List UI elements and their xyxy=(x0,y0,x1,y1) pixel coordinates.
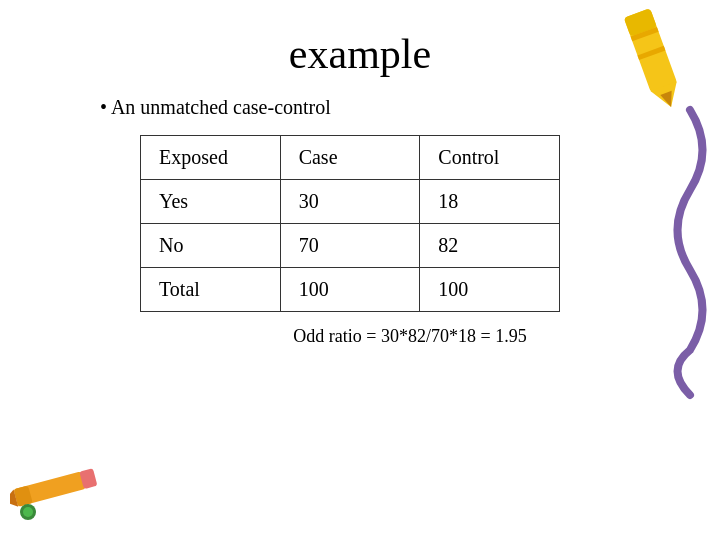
cell-yes-control: 18 xyxy=(420,180,560,224)
cell-total: Total xyxy=(141,268,281,312)
cell-no: No xyxy=(141,224,281,268)
data-table: Exposed Case Control Yes 30 18 No 70 82 … xyxy=(140,135,560,312)
page-title: example xyxy=(40,30,680,78)
data-table-wrapper: Exposed Case Control Yes 30 18 No 70 82 … xyxy=(140,135,600,312)
cell-total-control: 100 xyxy=(420,268,560,312)
cell-no-control: 82 xyxy=(420,224,560,268)
pencil-decoration xyxy=(10,450,110,530)
table-row: No 70 82 xyxy=(141,224,560,268)
table-row: Exposed Case Control xyxy=(141,136,560,180)
header-exposed: Exposed xyxy=(141,136,281,180)
header-control: Control xyxy=(420,136,560,180)
cell-yes: Yes xyxy=(141,180,281,224)
squiggle-decoration xyxy=(660,100,720,400)
table-row: Total 100 100 xyxy=(141,268,560,312)
svg-point-11 xyxy=(23,507,33,517)
page-container: example • An unmatched case-control Expo… xyxy=(0,0,720,540)
cell-yes-case: 30 xyxy=(280,180,420,224)
cell-no-case: 70 xyxy=(280,224,420,268)
table-row: Yes 30 18 xyxy=(141,180,560,224)
header-case: Case xyxy=(280,136,420,180)
odd-ratio-text: Odd ratio = 30*82/70*18 = 1.95 xyxy=(140,326,680,347)
subtitle-text: • An unmatched case-control xyxy=(100,96,680,119)
cell-total-case: 100 xyxy=(280,268,420,312)
